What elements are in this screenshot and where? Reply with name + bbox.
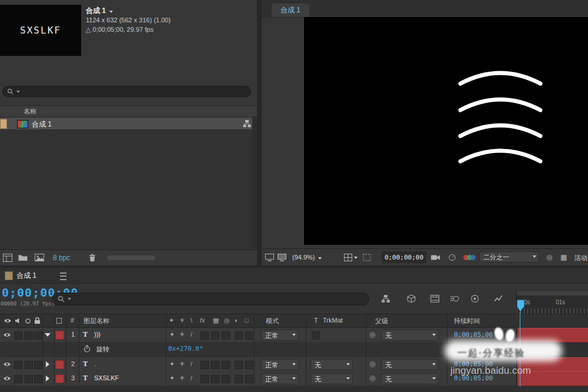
layer-quality-icon[interactable]: /: [191, 360, 192, 367]
switch-cell[interactable]: [245, 361, 253, 369]
switch-cell[interactable]: [235, 361, 243, 369]
shy-layers-icon[interactable]: [430, 295, 439, 303]
switch-cell[interactable]: [245, 331, 253, 340]
tab-composition[interactable]: 合成 1: [272, 4, 309, 17]
tab-timeline-composition[interactable]: 合成 1: [16, 271, 36, 281]
layer-label-chip[interactable]: [55, 360, 64, 369]
blend-mode-dropdown[interactable]: 正常: [261, 373, 299, 384]
camera-view-dropdown[interactable]: 活动: [574, 254, 587, 263]
footer-scrollbar-thumb[interactable]: [107, 255, 155, 260]
trkmat-dropdown[interactable]: 无: [310, 359, 353, 370]
blend-mode-dropdown[interactable]: 正常: [261, 359, 299, 370]
resolution-dropdown[interactable]: 二分之一: [479, 251, 539, 263]
switch-cell[interactable]: [235, 375, 243, 383]
motion-blur-icon[interactable]: [470, 294, 479, 303]
panel-menu-icon[interactable]: [60, 273, 66, 280]
expand-arrow-icon[interactable]: [46, 361, 49, 367]
project-list-scrollbar[interactable]: [252, 117, 257, 250]
parent-pickwhip-icon[interactable]: ◎: [369, 330, 375, 338]
video-eye-icon[interactable]: [3, 376, 11, 381]
switch-fx-icon[interactable]: fx: [200, 317, 205, 324]
video-eye-icon[interactable]: [3, 361, 11, 367]
snapshot-camera-icon[interactable]: [431, 254, 440, 261]
parent-pickwhip-icon[interactable]: ◎: [369, 374, 375, 382]
switch-quality-icon[interactable]: \: [191, 317, 192, 324]
viewer-timecode-field[interactable]: 0;00;00;00: [382, 251, 426, 263]
layer-row-2[interactable]: 2 T . ✦ ☀ / 正常 无 ◎ 无 0;00;05;00: [0, 357, 516, 372]
layer-name[interactable]: ))): [94, 331, 101, 338]
channel-icon[interactable]: [463, 255, 476, 261]
work-area-bar[interactable]: [517, 291, 588, 295]
comp-title[interactable]: 合成 1: [86, 6, 113, 16]
grid-guides-icon[interactable]: [344, 254, 352, 261]
parent-dropdown[interactable]: 无: [381, 373, 439, 384]
playhead-head[interactable]: [517, 300, 524, 308]
switch-cell[interactable]: [222, 361, 230, 369]
label-column-icon[interactable]: [56, 318, 62, 324]
video-eye-icon[interactable]: [4, 318, 12, 324]
trkmat-cell[interactable]: [312, 331, 320, 340]
property-value[interactable]: 0x+270.0°: [168, 345, 203, 353]
label-color-chip[interactable]: [0, 119, 7, 129]
video-eye-icon[interactable]: [3, 332, 11, 338]
new-folder-icon[interactable]: [18, 254, 28, 261]
lock-toggle[interactable]: [34, 375, 42, 383]
switch-cell[interactable]: [211, 361, 219, 369]
layer-quality-icon[interactable]: /: [191, 374, 192, 381]
composition-viewport[interactable]: [304, 17, 588, 245]
switch-cell[interactable]: [211, 375, 219, 383]
column-mode[interactable]: 模式: [266, 317, 279, 325]
layer-label-chip[interactable]: [55, 374, 64, 383]
switch-cell[interactable]: [245, 375, 253, 383]
new-composition-icon[interactable]: [35, 254, 44, 261]
layer-switch-icon[interactable]: ☀: [179, 374, 185, 382]
switch-halftone-icon[interactable]: ◐: [235, 317, 239, 324]
column-parent[interactable]: 父级: [375, 317, 388, 325]
layer-switch-icon[interactable]: ☀: [179, 331, 185, 338]
region-of-interest-icon[interactable]: ◎: [546, 253, 552, 261]
switch-motionblur-icon[interactable]: ▦: [213, 317, 219, 324]
audio-toggle[interactable]: [14, 361, 22, 369]
switch-cell[interactable]: [201, 375, 209, 383]
parent-dropdown[interactable]: 无: [381, 330, 439, 341]
switch-collapse-icon[interactable]: ☀: [179, 317, 185, 324]
audio-speaker-icon[interactable]: [15, 317, 21, 324]
audio-toggle[interactable]: [14, 331, 22, 340]
layer-switch-icon[interactable]: ✦: [169, 331, 175, 338]
switch-cell[interactable]: [201, 331, 209, 340]
audio-toggle[interactable]: [14, 375, 22, 383]
column-trkmat[interactable]: TrkMat: [323, 317, 343, 324]
layer-name[interactable]: SXSLKF: [94, 374, 119, 381]
mask-visibility-icon[interactable]: [363, 254, 371, 261]
frame-blending-icon[interactable]: [450, 294, 459, 303]
solo-toggle[interactable]: [25, 331, 33, 340]
solo-icon[interactable]: [25, 318, 31, 324]
stopwatch-icon[interactable]: [83, 345, 91, 353]
grid-options-arrow-icon[interactable]: [354, 257, 358, 259]
expand-arrow-icon[interactable]: [45, 333, 51, 337]
switch-cell[interactable]: [201, 361, 209, 369]
switch-cell[interactable]: [222, 331, 230, 340]
solo-toggle[interactable]: [25, 375, 33, 383]
switch-shy-icon[interactable]: ✦: [169, 317, 174, 324]
project-search-field[interactable]: [2, 86, 251, 97]
project-item-row[interactable]: 合成 1: [0, 118, 257, 130]
draft-3d-cube-icon[interactable]: [407, 294, 416, 303]
trash-icon[interactable]: [89, 254, 96, 262]
timeline-search-field[interactable]: [52, 293, 369, 305]
layer-label-chip[interactable]: [55, 331, 64, 340]
always-preview-icon[interactable]: [265, 254, 274, 261]
blend-mode-dropdown[interactable]: 正常: [261, 330, 299, 341]
vertical-panel-divider[interactable]: [257, 0, 262, 268]
parent-dropdown[interactable]: 无: [381, 359, 439, 370]
lock-icon[interactable]: [34, 317, 41, 324]
layer-name[interactable]: .: [94, 360, 96, 367]
switch-cell[interactable]: [222, 375, 230, 383]
expand-arrow-icon[interactable]: [46, 376, 49, 381]
composition-mini-flowchart-icon[interactable]: [381, 294, 390, 303]
time-ruler[interactable]: 0s 01s: [516, 291, 588, 314]
layer-quality-icon[interactable]: /: [191, 331, 192, 338]
solo-toggle[interactable]: [25, 361, 33, 369]
project-item-label[interactable]: 合成 1: [32, 119, 52, 129]
layer-switch-icon[interactable]: ✦: [169, 360, 175, 368]
